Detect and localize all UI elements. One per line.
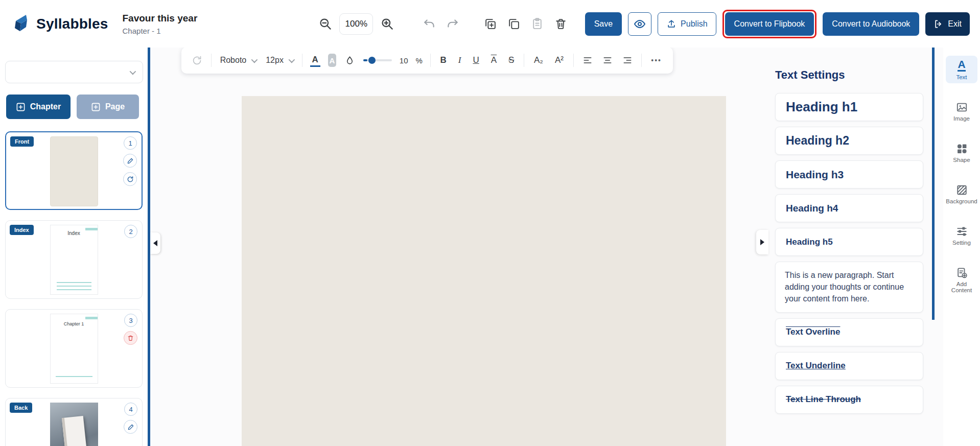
align-right-icon	[622, 55, 633, 65]
exit-icon	[934, 19, 944, 29]
strikethrough-button[interactable]: S	[506, 54, 516, 66]
preset-heading-h4[interactable]: Heading h4	[775, 194, 923, 222]
zoom-out-button[interactable]	[317, 16, 333, 32]
rail-item-setting[interactable]: Setting	[946, 223, 977, 249]
bold-button[interactable]: B	[438, 54, 448, 66]
collapse-sidebar-handle[interactable]	[150, 232, 160, 254]
rail-label: Add Content	[946, 281, 977, 293]
rotate-page-button[interactable]	[123, 172, 137, 186]
opacity-slider[interactable]	[363, 59, 392, 61]
underline-button[interactable]: U	[471, 54, 481, 66]
paste-button[interactable]	[530, 16, 545, 31]
rail-item-add-content[interactable]: Add Content	[946, 264, 977, 296]
logo-icon	[11, 13, 31, 35]
template-dropdown[interactable]	[5, 61, 143, 83]
align-left-icon	[582, 55, 593, 65]
document-subtitle: Chapter - 1	[123, 27, 198, 35]
copy-button[interactable]	[506, 16, 521, 31]
preset-heading-h2[interactable]: Heading h2	[775, 127, 923, 155]
teal-corner-accent	[85, 317, 98, 319]
rotate-icon	[127, 176, 134, 183]
preset-heading-h5[interactable]: Heading h5	[775, 228, 923, 256]
zoom-in-icon	[380, 17, 394, 31]
preset-paragraph[interactable]: This is a new paragraph. Start adding yo…	[775, 262, 923, 313]
opacity-button[interactable]	[344, 55, 356, 66]
publish-icon	[666, 19, 676, 29]
thumb-text-lines	[57, 282, 91, 290]
toolbar-divider	[211, 54, 212, 67]
delete-page-thumb-button[interactable]	[124, 331, 137, 345]
opacity-slider-knob[interactable]	[368, 57, 376, 64]
publish-button[interactable]: Publish	[658, 12, 716, 36]
shape-icon	[956, 143, 968, 154]
rail-item-background[interactable]: Background	[946, 181, 977, 207]
font-family-value: Roboto	[220, 56, 247, 65]
convert-to-flipbook-button[interactable]: Convert to Flipbook	[725, 12, 814, 36]
subscript-button[interactable]: A₂	[532, 54, 545, 66]
setting-icon	[956, 226, 968, 237]
zoom-controls: 100%	[317, 13, 395, 35]
text-settings-panel: Text Settings Heading h1 Heading h2 Head…	[775, 68, 923, 414]
toolbar-divider	[430, 54, 431, 67]
undo-button[interactable]	[422, 16, 437, 32]
preview-button[interactable]	[628, 12, 651, 36]
app-logo[interactable]: Syllabbles	[11, 13, 108, 35]
overline-button[interactable]: A	[489, 54, 499, 66]
text-color-button[interactable]: A	[310, 54, 320, 67]
page-thumbnail-chapter[interactable]: 3 Chapter 1	[5, 309, 143, 388]
history-controls	[422, 16, 460, 32]
rail-item-text[interactable]: A Text	[946, 56, 977, 83]
page-thumbnail-back[interactable]: Back 4	[5, 398, 143, 446]
image-icon	[956, 102, 968, 113]
page-thumbnail-front[interactable]: Front 1	[5, 131, 143, 210]
header-actions: Save Publish Convert to Flipbook Convert…	[585, 10, 970, 38]
add-square-icon	[91, 102, 101, 112]
add-page-button[interactable]: Page	[77, 95, 139, 119]
editor-canvas-page[interactable]	[242, 96, 726, 446]
page-badge: Index	[10, 225, 34, 235]
collapse-panel-handle[interactable]	[756, 230, 768, 254]
zoom-level-value[interactable]: 100%	[339, 13, 373, 35]
rail-label: Image	[953, 115, 970, 122]
rail-item-shape[interactable]: Shape	[946, 140, 977, 166]
align-left-button[interactable]	[581, 54, 594, 66]
pencil-icon	[127, 424, 134, 431]
preset-heading-h1[interactable]: Heading h1	[775, 93, 923, 121]
highlight-color-button[interactable]: A	[328, 54, 336, 67]
more-options-button[interactable]: •••	[649, 55, 664, 65]
preset-heading-h3[interactable]: Heading h3	[775, 160, 923, 189]
teal-corner-accent	[85, 228, 98, 230]
trash-icon	[554, 17, 567, 30]
font-family-dropdown[interactable]: Roboto	[219, 54, 258, 67]
exit-button[interactable]: Exit	[925, 12, 970, 36]
rail-item-image[interactable]: Image	[946, 99, 977, 125]
font-size-value: 12px	[266, 56, 284, 65]
align-center-button[interactable]	[601, 54, 614, 66]
thumb-text-line	[56, 376, 92, 377]
edit-page-button[interactable]	[124, 420, 137, 434]
document-meta: Favour this year Chapter - 1	[123, 13, 198, 35]
edit-page-button[interactable]	[123, 154, 137, 168]
duplicate-page-button[interactable]	[483, 16, 498, 31]
superscript-button[interactable]: A²	[553, 54, 566, 66]
zoom-in-button[interactable]	[379, 16, 395, 32]
thumb-title: Chapter 1	[51, 321, 98, 326]
page-thumbnail-index[interactable]: Index 2 Index	[5, 220, 143, 299]
toolbar-divider	[524, 54, 524, 67]
refresh-style-button[interactable]	[191, 54, 203, 67]
redo-button[interactable]	[445, 16, 460, 32]
add-chapter-button[interactable]: Chapter	[6, 95, 71, 119]
align-center-icon	[602, 55, 613, 65]
preset-text-overline[interactable]: Text Overline	[775, 318, 923, 346]
convert-to-audiobook-button[interactable]: Convert to Audiobook	[823, 12, 919, 36]
preset-text-underline[interactable]: Text Underline	[775, 352, 923, 380]
delete-page-button[interactable]	[553, 16, 568, 31]
preset-text-line-through[interactable]: Text Line Through	[775, 386, 923, 414]
save-button[interactable]: Save	[585, 12, 622, 36]
chevron-down-icon	[251, 56, 258, 63]
add-square-icon	[16, 102, 26, 112]
redo-icon	[446, 17, 459, 31]
italic-button[interactable]: I	[456, 54, 463, 66]
font-size-dropdown[interactable]: 12px	[265, 54, 294, 67]
align-right-button[interactable]	[621, 54, 634, 66]
